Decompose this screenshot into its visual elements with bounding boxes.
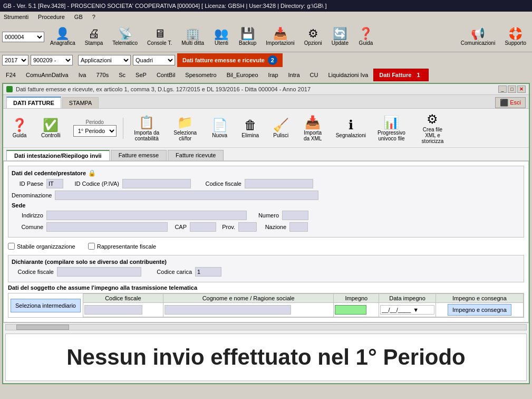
id-paese-row: ID Paese ID Codice (P.IVA) Codice fiscal… (12, 179, 520, 188)
segnalazioni-label: Segnalazioni (336, 132, 366, 138)
rappresentante-fiscale-check[interactable] (88, 243, 95, 250)
sub-tab-fatture-ricevute[interactable]: Fatture ricevute (168, 150, 224, 160)
scroll-track[interactable] (5, 324, 527, 330)
backup-button[interactable]: 💾 Backup (235, 23, 260, 51)
soggetto-impegno-input[interactable] (335, 305, 366, 315)
inner-tabs: DATI FATTURE STAMPA ⬛ Esci (3, 95, 529, 109)
tab-intra[interactable]: Intra (284, 70, 305, 80)
importa-contab-label: Importa da contabilità (134, 130, 160, 141)
applicazioni-dropdown[interactable]: Applicazioni (78, 55, 131, 65)
denominazione-input[interactable] (55, 191, 318, 200)
comune-input[interactable] (46, 222, 168, 232)
guida-main-button[interactable]: ❓ Guida (354, 23, 378, 51)
consolet-button[interactable]: 🖥 Console T. (143, 23, 176, 51)
anagrafica-button[interactable]: 👤 Anagrafica (46, 23, 79, 51)
range-dropdown[interactable]: 900209 - (31, 55, 73, 65)
dati-fatture-active-tab[interactable]: Dati fatture emesse e ricevute 2 (177, 53, 283, 67)
guida-main-icon: ❓ (359, 28, 373, 40)
codice-carica-input[interactable] (195, 267, 221, 277)
restore-button[interactable]: □ (508, 86, 516, 93)
tab-f24[interactable]: F24 (1, 70, 21, 80)
tab-sep[interactable]: SeP (131, 70, 151, 80)
telematico-button[interactable]: 📡 Telematico (109, 23, 141, 51)
importa-xml-button[interactable]: 📥 Importa da XML (298, 114, 327, 142)
tab-contbil[interactable]: ContBil (152, 70, 180, 80)
guida-action-button[interactable]: ❓ Guida (6, 117, 33, 139)
id-paese-input[interactable] (46, 179, 63, 188)
utenti-button[interactable]: 👥 Utenti (210, 23, 233, 51)
scroll-thumb[interactable] (16, 325, 69, 330)
dati-fatture-tab-label: Dati fatture emesse e ricevute (182, 57, 265, 63)
tab-770s[interactable]: 770s (91, 70, 113, 80)
sub-tab-dati-intestazione[interactable]: Dati intestazione/Riepilogo invii (6, 150, 110, 160)
stampa-icon: 🖨 (88, 28, 100, 40)
menu-gb[interactable]: GB (73, 13, 84, 21)
prov-label: Prov. (219, 224, 235, 230)
menu-help[interactable]: ? (91, 13, 97, 21)
segnalazioni-icon: ℹ (349, 118, 353, 132)
seleziona-intermediario-button[interactable]: Seleziona intermediario (11, 299, 81, 312)
update-button[interactable]: 🔄 Update (328, 23, 352, 51)
supporto-button[interactable]: 🛟 Supporto (501, 23, 530, 51)
elimina-button[interactable]: 🗑 Elimina (237, 117, 264, 139)
tab-cu[interactable]: CU (305, 70, 323, 80)
soggetto-cf-input[interactable] (84, 305, 142, 315)
telematico-label: Telematico (112, 40, 138, 46)
numero-input[interactable] (282, 211, 308, 220)
stampa-button[interactable]: 🖨 Stampa (81, 23, 107, 51)
segnalazioni-button[interactable]: ℹ Segnalazioni (332, 117, 370, 139)
data-impegno-field[interactable]: __/__/____ ▼ (380, 305, 434, 315)
opzioni-button[interactable]: ⚙ Opzioni (301, 23, 326, 51)
impegno-consegna-button[interactable]: Impegno e consegna (448, 304, 511, 316)
year-dropdown[interactable]: 2017 (2, 55, 28, 65)
tab-dati-fatture-inner[interactable]: DATI FATTURE (6, 97, 61, 108)
tab-liquidazioni[interactable]: Liquidazioni Iva (323, 70, 373, 80)
tab-irap[interactable]: Irap (264, 70, 283, 80)
progressivo-button[interactable]: 📊 Progressivo univoco file (374, 114, 409, 142)
controlli-button[interactable]: ✅ Controlli (37, 117, 65, 139)
elimina-icon: 🗑 (244, 118, 257, 132)
importazioni-button[interactable]: 📥 Importazioni (262, 23, 298, 51)
entity-dropdown[interactable]: 000004 (2, 32, 44, 42)
tab-dati-fatture[interactable]: Dati Fatture 1 (373, 69, 429, 81)
guida-action-icon: ❓ (12, 118, 27, 132)
tab-bil-europeo[interactable]: Bil_Europeo (222, 70, 263, 80)
comunicazioni-button[interactable]: 📢 Comunicazioni (457, 23, 499, 51)
soggetto-nome-input[interactable] (165, 305, 291, 315)
crea-xml-button[interactable]: ⚙ Crea file XML e storicizza (413, 111, 452, 145)
stabile-organizzazione-check[interactable] (8, 243, 15, 250)
period-dropdown[interactable]: 1° Periodo 2° Periodo 3° Periodo 4° Peri… (73, 125, 117, 137)
window-controls: _ □ ✕ (498, 86, 526, 93)
stabile-organizzazione-checkbox[interactable]: Stabile organizzazione (8, 243, 75, 250)
menu-procedure[interactable]: Procedure (36, 13, 66, 21)
opzioni-label: Opzioni (304, 40, 322, 46)
importa-contab-button[interactable]: 📋 Importa da contabilità (130, 114, 164, 142)
quadri-dropdown[interactable]: Quadri (133, 55, 175, 65)
rappresentante-fiscale-checkbox[interactable]: Rappresentante fiscale (88, 243, 157, 250)
esci-button[interactable]: ⬛ Esci (495, 97, 526, 108)
calendar-icon[interactable]: ▼ (413, 307, 419, 313)
multiditta-button[interactable]: 🏢 Multi ditta (178, 23, 208, 51)
tab-comuan[interactable]: ComuAnnDatIva (21, 70, 73, 80)
cap-input[interactable] (190, 222, 216, 232)
tab-spesometro[interactable]: Spesometro (180, 70, 221, 80)
pulisci-button[interactable]: 🧹 Pulisci (268, 117, 294, 139)
id-codice-input[interactable] (122, 179, 191, 188)
dichiarante-cf-input[interactable] (57, 267, 141, 277)
indirizzo-input[interactable] (46, 211, 247, 220)
tab-sc[interactable]: Sc (114, 70, 130, 80)
minimize-button[interactable]: _ (498, 86, 507, 93)
seleziona-clifor-button[interactable]: 📁 Seleziona cli/for (168, 114, 202, 142)
close-button[interactable]: ✕ (517, 86, 526, 93)
menu-strumenti[interactable]: Strumenti (2, 13, 30, 21)
sub-tab-fatture-emesse[interactable]: Fatture emesse (111, 150, 167, 160)
period-label: Periodo (85, 119, 103, 125)
nazione-input[interactable] (289, 222, 308, 232)
prov-input[interactable] (238, 222, 257, 232)
nazione-label: Nazione (260, 224, 286, 230)
id-paese-label: ID Paese (12, 180, 43, 187)
nuova-button[interactable]: 📄 Nuova (207, 117, 233, 139)
codice-fiscale-input[interactable] (245, 179, 313, 188)
tab-stampa-inner[interactable]: STAMPA (62, 97, 99, 108)
tab-iva[interactable]: Iva (74, 70, 91, 80)
